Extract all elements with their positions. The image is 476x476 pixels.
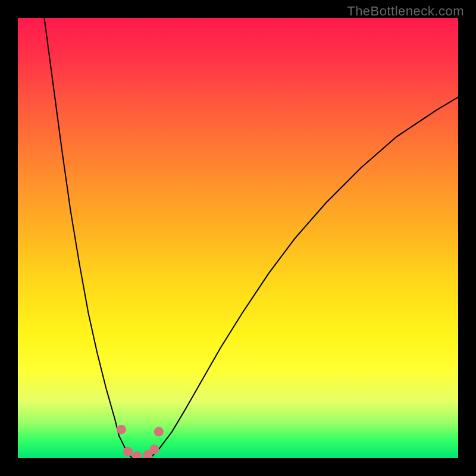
marker-dot [117,425,126,434]
marker-dot [132,451,142,458]
marker-dot [149,444,159,454]
marker-dot [123,447,133,456]
plot-area [18,18,458,458]
threshold-markers [117,425,164,458]
chart-container: TheBottleneck.com [0,0,476,476]
left-curve [44,18,132,458]
watermark-text: TheBottleneck.com [347,4,464,19]
curve-svg [18,18,458,458]
right-curve [150,97,458,458]
marker-dot [154,427,164,437]
